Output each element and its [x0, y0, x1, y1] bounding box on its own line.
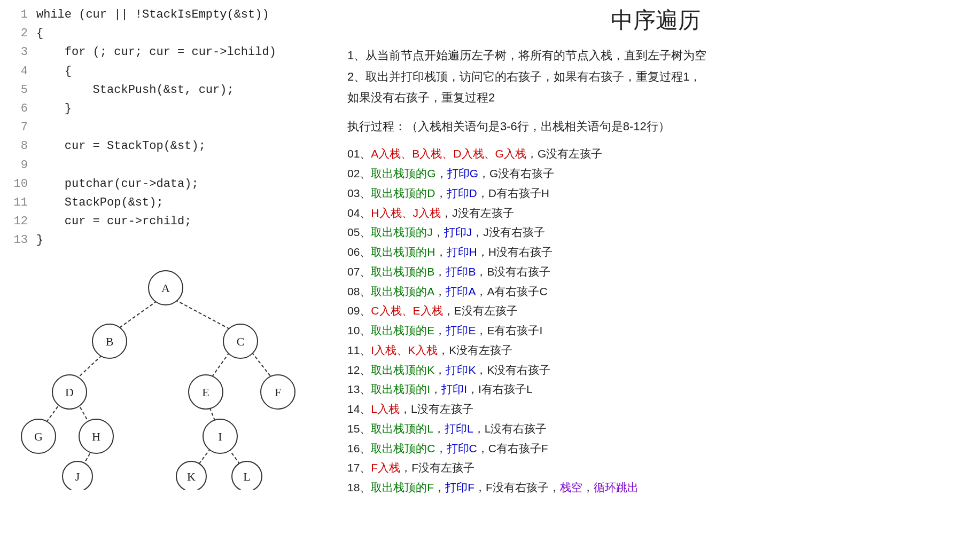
step-num: 10 — [347, 324, 360, 336]
desc-line2: 2、取出并打印栈顶，访问它的右孩子，如果有右孩子，重复过程1， — [347, 66, 964, 88]
code-text: StackPop(&st); — [36, 193, 164, 212]
description: 1、从当前节点开始遍历左子树，将所有的节点入栈，直到左子树为空 2、取出并打印栈… — [347, 45, 964, 108]
step-line: 17、F入栈，F没有左孩子 — [347, 458, 964, 478]
step-line: 03、取出栈顶的D，打印D，D有右孩子H — [347, 184, 964, 203]
step-num: 08 — [347, 285, 360, 297]
step-num: 09 — [347, 304, 360, 317]
code-block: 1while (cur || !StackIsEmpty(&st))2{3 fo… — [11, 5, 321, 249]
step-line: 14、L入栈，L没有左孩子 — [347, 399, 964, 419]
line-number: 5 — [11, 81, 28, 99]
step-num: 14 — [347, 403, 360, 415]
step-line: 16、取出栈顶的C，打印C，C有右孩子F — [347, 439, 964, 459]
step-num: 06 — [347, 246, 360, 258]
svg-text:H: H — [92, 430, 100, 443]
code-text: } — [36, 231, 43, 249]
step-line: 06、取出栈顶的H，打印H，H没有右孩子 — [347, 242, 964, 262]
step-num: 16 — [347, 442, 360, 454]
step-line: 04、H入栈、J入栈，J没有左孩子 — [347, 203, 964, 223]
code-text: { — [36, 24, 43, 43]
step-num: 07 — [347, 265, 360, 278]
code-text: } — [36, 99, 72, 118]
code-line: 9 — [11, 156, 321, 175]
code-line: 1while (cur || !StackIsEmpty(&st)) — [11, 5, 321, 24]
line-number: 6 — [11, 99, 28, 118]
line-number: 1 — [11, 5, 28, 24]
svg-text:B: B — [106, 335, 114, 348]
step-line: 08、取出栈顶的A，打印A，A有右孩子C — [347, 282, 964, 302]
step-line: 11、I入栈、K入栈，K没有左孩子 — [347, 341, 964, 360]
code-line: 6 } — [11, 99, 321, 118]
step-num: 17 — [347, 461, 360, 474]
svg-text:L: L — [243, 470, 250, 483]
code-line: 4 { — [11, 62, 321, 81]
line-number: 7 — [11, 118, 28, 137]
line-number: 2 — [11, 24, 28, 43]
code-line: 5 StackPush(&st, cur); — [11, 81, 321, 99]
steps-list: 01、A入栈、B入栈、D入栈、G入栈，G没有左孩子02、取出栈顶的G，打印G，G… — [347, 144, 964, 498]
svg-text:E: E — [202, 386, 209, 399]
code-line: 8 cur = StackTop(&st); — [11, 137, 321, 155]
step-line: 05、取出栈顶的J，打印J，J没有右孩子 — [347, 223, 964, 242]
code-text: cur = cur->rchild; — [36, 212, 191, 231]
step-line: 09、C入栈、E入栈，E没有左孩子 — [347, 301, 964, 321]
step-num: 11 — [347, 344, 360, 356]
tree-container: A B C D E F G H I J — [11, 265, 321, 490]
step-line: 13、取出栈顶的I，打印I，I有右孩子L — [347, 380, 964, 399]
step-num: 18 — [347, 481, 360, 493]
step-line: 01、A入栈、B入栈、D入栈、G入栈，G没有左孩子 — [347, 144, 964, 164]
line-number: 9 — [11, 156, 28, 175]
line-number: 3 — [11, 43, 28, 61]
step-line: 12、取出栈顶的K，打印K，K没有右孩子 — [347, 360, 964, 380]
step-line: 18、取出栈顶的F，打印F，F没有右孩子，栈空，循环跳出 — [347, 478, 964, 498]
tree-svg: A B C D E F G H I J — [16, 265, 315, 490]
svg-text:D: D — [65, 386, 74, 399]
code-line: 2{ — [11, 24, 321, 43]
step-num: 01 — [347, 147, 360, 160]
step-num: 12 — [347, 364, 360, 376]
svg-text:C: C — [237, 335, 245, 348]
line-number: 12 — [11, 212, 28, 231]
desc-line3: 如果没有右孩子，重复过程2 — [347, 87, 964, 108]
code-line: 13} — [11, 231, 321, 249]
svg-text:J: J — [75, 470, 80, 483]
code-text: while (cur || !StackIsEmpty(&st)) — [36, 5, 269, 24]
line-number: 8 — [11, 137, 28, 155]
step-line: 02、取出栈顶的G，打印G，G没有右孩子 — [347, 164, 964, 184]
step-num: 13 — [347, 383, 360, 395]
step-line: 15、取出栈顶的L，打印L，L没有右孩子 — [347, 419, 964, 439]
code-text: for (; cur; cur = cur->lchild) — [36, 43, 276, 61]
step-num: 02 — [347, 167, 360, 179]
code-line: 12 cur = cur->rchild; — [11, 212, 321, 231]
step-num: 04 — [347, 207, 360, 219]
step-line: 10、取出栈顶的E，打印E，E有右孩子I — [347, 321, 964, 341]
code-line: 11 StackPop(&st); — [11, 193, 321, 212]
code-line: 3 for (; cur; cur = cur->lchild) — [11, 43, 321, 61]
code-text: StackPush(&st, cur); — [36, 81, 234, 99]
svg-text:A: A — [161, 281, 170, 295]
step-num: 05 — [347, 226, 360, 238]
desc-line1: 1、从当前节点开始遍历左子树，将所有的节点入栈，直到左子树为空 — [347, 45, 964, 66]
line-number: 13 — [11, 231, 28, 249]
step-num: 03 — [347, 187, 360, 199]
svg-text:I: I — [218, 430, 222, 443]
page-title: 中序遍历 — [347, 5, 964, 35]
svg-text:K: K — [187, 470, 196, 483]
left-panel: 1while (cur || !StackIsEmpty(&st))2{3 fo… — [0, 0, 331, 542]
right-panel: 中序遍历 1、从当前节点开始遍历左子树，将所有的节点入栈，直到左子树为空 2、取… — [331, 0, 980, 542]
step-line: 07、取出栈顶的B，打印B，B没有右孩子 — [347, 262, 964, 282]
line-number: 4 — [11, 62, 28, 81]
svg-text:G: G — [34, 430, 43, 443]
line-number: 11 — [11, 193, 28, 212]
line-number: 10 — [11, 175, 28, 193]
exec-intro: 执行过程：（入栈相关语句是3-6行，出栈相关语句是8-12行） — [347, 116, 964, 137]
svg-text:F: F — [275, 386, 281, 399]
code-text: { — [36, 62, 72, 81]
step-num: 15 — [347, 422, 360, 435]
code-line: 10 putchar(cur->data); — [11, 175, 321, 193]
code-line: 7 — [11, 118, 321, 137]
code-text: cur = StackTop(&st); — [36, 137, 206, 155]
code-text: putchar(cur->data); — [36, 175, 199, 193]
